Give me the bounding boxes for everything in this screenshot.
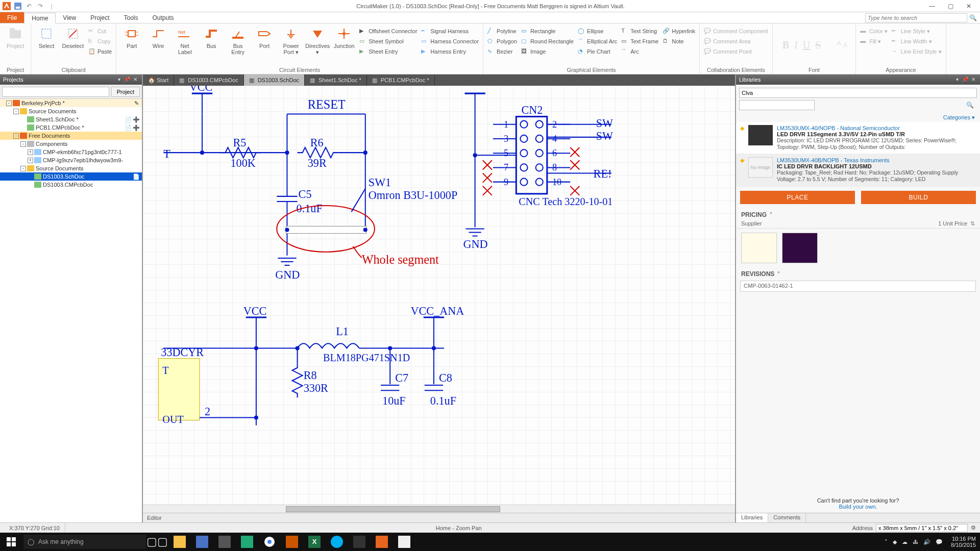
tab-comments[interactable]: Comments — [768, 513, 806, 522]
project-filter-input[interactable] — [2, 87, 109, 97]
bezier-button[interactable]: ∿Bezier — [486, 47, 518, 56]
chevron-up-icon[interactable]: ˄ — [777, 271, 780, 277]
revision-item[interactable]: CMP-0063-01462-1 — [740, 281, 976, 292]
wire-button[interactable]: Wire — [146, 24, 170, 49]
project-tab[interactable]: Project — [83, 12, 116, 23]
tb-photos-icon[interactable] — [348, 533, 371, 551]
font-size-up-icon[interactable]: A — [837, 39, 841, 51]
project-tree[interactable]: -Berkeley.PrjPcb *✎-Source DocumentsShee… — [0, 99, 142, 522]
tb-app3-icon[interactable] — [281, 533, 303, 551]
directives-button[interactable]: Directives ▾ — [305, 24, 330, 55]
sheet-symbol-button[interactable]: ▭Sheet Symbol — [358, 37, 418, 46]
project-menu-button[interactable]: Project — [111, 87, 140, 97]
tray-app-icon[interactable]: ◆ — [893, 539, 897, 545]
view-tab[interactable]: View — [56, 12, 83, 23]
sheet-entry-button[interactable]: ▶Sheet Entry — [358, 47, 418, 56]
ellipse-button[interactable]: ◯Ellipse — [577, 27, 618, 36]
home-tab[interactable]: Home — [24, 13, 56, 23]
cortana-search[interactable]: ◯Ask me anything — [23, 535, 146, 549]
project-button[interactable]: Project — [3, 24, 28, 49]
comment-point-button[interactable]: 💬Comment Point — [703, 47, 769, 56]
rectangle-button[interactable]: ▭Rectangle — [520, 27, 575, 36]
taskbar-clock[interactable]: 10:16 PM8/10/2015 — [947, 536, 980, 548]
categories-link[interactable]: Categories ▾ — [736, 113, 980, 122]
tb-paint-icon[interactable] — [393, 533, 415, 551]
tb-chrome-icon[interactable] — [258, 533, 281, 551]
lib-dropdown-icon[interactable]: ▾ — [953, 76, 961, 83]
outputs-tab[interactable]: Outputs — [145, 12, 181, 23]
doc-tab[interactable]: ▥DS1003.SchDoc — [244, 74, 305, 86]
undo-icon[interactable]: ↶ — [24, 2, 34, 11]
polygon-button[interactable]: ⬠Polygon — [486, 37, 518, 46]
close-button[interactable]: ✕ — [960, 0, 978, 12]
tree-row[interactable]: DS1003.SchDoc📄 — [0, 172, 142, 181]
schematic-canvas[interactable]: .wb{stroke:#0018c8;stroke-width:2;fill:n… — [143, 86, 735, 505]
search-icon[interactable]: 🔍 — [969, 14, 977, 21]
tree-row[interactable]: Sheet1.SchDoc *📄➕ — [0, 115, 142, 123]
symbol-preview[interactable] — [741, 233, 777, 263]
junction-button[interactable]: Junction — [332, 24, 356, 49]
arc-button[interactable]: ⌒Arc — [620, 47, 659, 56]
sort-icon[interactable]: ⇅ — [970, 220, 975, 227]
horizontal-scrollbar[interactable] — [143, 505, 735, 513]
underline-button[interactable]: U — [803, 39, 810, 51]
file-menu[interactable]: File — [0, 12, 24, 23]
font-size-down-icon[interactable]: A — [843, 42, 847, 49]
tree-row[interactable]: +CMP-lg9xzv7epb1lhdwyow3m9- — [0, 156, 142, 164]
copy-button[interactable]: ⎘Copy — [87, 37, 113, 46]
lib-close-icon[interactable]: ✕ — [970, 76, 977, 83]
signal-harness-button[interactable]: ━Signal Harness — [420, 27, 480, 36]
lib-search-input[interactable] — [739, 88, 977, 98]
deselect-button[interactable]: Deselect — [61, 24, 85, 49]
power-port-button[interactable]: Power Port ▾ — [279, 24, 303, 55]
text-string-button[interactable]: TText String — [620, 27, 659, 36]
tb-skype-icon[interactable] — [326, 533, 348, 551]
tb-app2-icon[interactable] — [213, 533, 236, 551]
bus-button[interactable]: Bus — [199, 24, 224, 49]
tray-up-icon[interactable]: ˄ — [885, 539, 888, 545]
panel-dropdown-icon[interactable]: ▾ — [115, 76, 122, 83]
cut-button[interactable]: ✂Cut — [87, 27, 113, 36]
library-item[interactable]: ◆ LM3530UMX-40/NOPB - National Semicondu… — [736, 122, 980, 154]
color-button[interactable]: ▬Color ▾ — [859, 27, 888, 36]
editor-tab[interactable]: Editor — [147, 515, 162, 521]
tools-tab[interactable]: Tools — [117, 12, 145, 23]
tree-row[interactable]: -Source Documents — [0, 107, 142, 115]
tray-cloud-icon[interactable]: ☁ — [902, 539, 908, 545]
note-button[interactable]: 🗒Note — [662, 37, 696, 46]
search-icon[interactable]: 🔍 — [966, 102, 974, 109]
build-own-link[interactable]: Build your own. — [839, 504, 877, 510]
round-rect-button[interactable]: ▢Round Rectangle — [520, 37, 575, 46]
bus-entry-button[interactable]: Bus Entry — [226, 24, 250, 55]
minimize-button[interactable]: — — [923, 0, 941, 12]
tree-row[interactable]: -Free Documents — [0, 132, 142, 140]
hyperlink-button[interactable]: 🔗Hyperlink — [662, 27, 696, 36]
italic-button[interactable]: I — [794, 39, 798, 51]
task-view-button[interactable]: ▢▢ — [146, 533, 168, 551]
tree-row[interactable]: +CMP-ekmb6fxc71pg3nt0c777-1 — [0, 148, 142, 156]
doc-tab[interactable]: 🏠Start — [143, 74, 174, 86]
status-gear-icon[interactable]: ⚙ — [971, 524, 976, 531]
doc-tab[interactable]: ▥Sheet1.SchDoc * — [305, 74, 367, 86]
maximize-button[interactable]: ▢ — [941, 0, 960, 12]
pie-button[interactable]: ◔Pie Chart — [577, 47, 618, 56]
panel-pin-icon[interactable]: 📌 — [124, 76, 131, 83]
system-tray[interactable]: ˄ ◆ ☁ 🖧 🔊 💬 — [880, 539, 947, 545]
tb-explorer-icon[interactable] — [168, 533, 191, 551]
footprint-preview[interactable] — [782, 233, 818, 263]
comment-component-button[interactable]: 💬Comment Component — [703, 27, 769, 36]
comment-area-button[interactable]: 💬Comment Area — [703, 37, 769, 46]
harness-connector-button[interactable]: ▭Harness Connector — [420, 37, 480, 46]
offsheet-button[interactable]: ▶Offsheet Connector — [358, 27, 418, 36]
tb-store-icon[interactable] — [236, 533, 258, 551]
tree-row[interactable]: PCB1.CMPcbDoc *📄➕ — [0, 123, 142, 132]
image-button[interactable]: 🖼Image — [520, 47, 575, 56]
net-label-button[interactable]: NetNet Label — [173, 24, 197, 55]
dimension-input[interactable] — [876, 524, 968, 532]
tray-volume-icon[interactable]: 🔊 — [923, 539, 930, 545]
tray-notify-icon[interactable]: 💬 — [936, 539, 943, 545]
chevron-up-icon[interactable]: ˄ — [770, 212, 772, 217]
doc-tab[interactable]: ▥PCB1.CMPcbDoc * — [367, 74, 435, 86]
polyline-button[interactable]: ╱Polyline — [486, 27, 518, 36]
text-frame-button[interactable]: ▭Text Frame — [620, 37, 659, 46]
